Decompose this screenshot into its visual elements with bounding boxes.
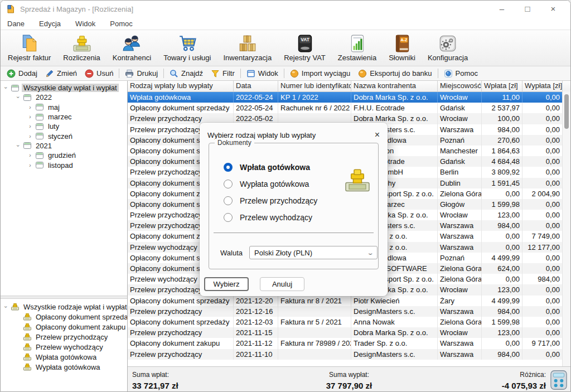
radio-selected-icon[interactable] xyxy=(224,163,233,172)
table-cell: Warszawa xyxy=(438,220,482,231)
table-row[interactable]: Przelew przychodzący2021-11-10DesignMast… xyxy=(128,349,570,360)
column-header-7[interactable]: Wypłata [zł] xyxy=(522,81,563,91)
chevron-down-icon[interactable]: › xyxy=(3,303,9,311)
tree-item[interactable]: Opłacony dokument sprzedaży xyxy=(1,312,127,322)
radio-option-3[interactable]: Przelew przychodzący xyxy=(224,196,317,206)
radio-unselected-icon[interactable] xyxy=(224,180,233,188)
tree-item[interactable]: Przelew przychodzący xyxy=(1,332,127,342)
radio-option-2[interactable]: Wypłata gotówkowa xyxy=(224,179,317,189)
cancel-button[interactable]: Anuluj xyxy=(260,277,304,291)
radio-option-4[interactable]: Przelew wychodzący xyxy=(224,212,317,222)
column-header-1[interactable]: Rodzaj wpłaty lub wypłaty xyxy=(128,81,234,91)
tree-item[interactable]: ›luty xyxy=(1,122,127,131)
column-header-5[interactable]: Miejscowość xyxy=(438,81,482,91)
toolbar-item-rozliczenia[interactable]: Rozliczenia xyxy=(57,33,106,62)
table-row[interactable]: Opłacony dokument sprzedaży2021-12-03Fak… xyxy=(128,317,570,327)
chevron-down-icon[interactable]: › xyxy=(15,142,21,149)
tree-item[interactable]: Opłacony dokument zakupu xyxy=(1,322,127,332)
radio-label: Przelew wychodzący xyxy=(240,213,312,222)
toolbar-label: Rejestry VAT xyxy=(284,54,326,62)
toolbar-item-rejestry-vat[interactable]: VATRejestry VAT xyxy=(278,33,332,62)
minimize-icon[interactable]: – xyxy=(489,1,515,17)
tree-item[interactable]: ›marzec xyxy=(1,112,127,122)
table-cell: Faktura nr 8 / 2021 xyxy=(278,296,351,306)
column-header-6[interactable]: Wpłata [zł] xyxy=(482,81,522,91)
table-cell: 984,00 xyxy=(482,124,522,135)
column-header-4[interactable]: Nazwa kontrahenta xyxy=(351,81,438,91)
action-znajdz-button[interactable]: Znajdź xyxy=(166,66,207,80)
table-row[interactable]: Przelew przychodzący2021-11-15Dobra Mark… xyxy=(128,327,570,338)
table-cell: 0,00 xyxy=(522,146,563,156)
toolbar-item-kontrahenci[interactable]: Kontrahenci xyxy=(107,33,157,62)
column-header-2[interactable]: Data xyxy=(234,81,278,91)
table-row[interactable]: Opłacony dokument sprzedaży2022-05-24Rac… xyxy=(128,103,570,113)
action-zmien-button[interactable]: Zmień xyxy=(41,66,81,80)
toolbar-item-konfiguracja[interactable]: Konfiguracja xyxy=(422,33,474,62)
table-row[interactable]: Opłacony dokument zakupu2021-11-12Faktur… xyxy=(128,338,570,349)
table-cell: Warszawa xyxy=(438,242,482,253)
radio-unselected-icon[interactable] xyxy=(224,196,233,205)
table-cell: Warszawa xyxy=(438,231,482,241)
chevron-down-icon[interactable]: › xyxy=(15,94,21,101)
scrollbar-thumb[interactable] xyxy=(564,94,569,129)
action-filtr-button[interactable]: Filtr xyxy=(207,66,239,80)
tree-item[interactable]: Przelew wychodzący xyxy=(1,342,127,352)
tree-item-label: 2022 xyxy=(34,93,54,101)
select-button[interactable]: Wybierz xyxy=(204,277,249,291)
toolbar-item-rejestr-faktur[interactable]: Rejestr faktur xyxy=(2,33,57,62)
chevron-right-icon[interactable]: › xyxy=(26,104,34,110)
chevron-right-icon[interactable]: › xyxy=(26,133,34,139)
toolbar-item-slowniki[interactable]: A-ZSłowniki xyxy=(383,33,422,62)
tree-item[interactable]: ›2021 xyxy=(1,141,127,151)
chevron-right-icon[interactable]: › xyxy=(26,162,34,168)
table-cell: 0,00 xyxy=(522,113,563,124)
chevron-right-icon[interactable]: › xyxy=(26,114,34,120)
column-header-3[interactable]: Numer lub identyfikator xyxy=(278,81,351,91)
money-small-icon xyxy=(23,332,32,341)
tree-item[interactable]: ›grudzień xyxy=(1,151,127,160)
toolbar-item-towary[interactable]: Towary i usługi xyxy=(157,33,217,62)
action-eksport-button[interactable]: Eksportuj do banku xyxy=(354,66,435,80)
table-row[interactable]: Opłacony dokument sprzedaży2021-12-20Fak… xyxy=(128,296,570,306)
sum-in: Suma wpłat: 33 721,97 zł xyxy=(132,371,178,390)
radio-unselected-icon[interactable] xyxy=(224,213,233,222)
action-dodaj-button[interactable]: Dodaj xyxy=(3,66,41,80)
tree-item[interactable]: ›2022 xyxy=(1,93,127,102)
chevron-down-icon[interactable]: › xyxy=(3,84,9,92)
tree-item[interactable]: ›listopad xyxy=(1,160,127,170)
toolbar-item-inwentaryzacja[interactable]: Inwentaryzacja xyxy=(217,33,278,62)
tree-item[interactable]: ›styczeń xyxy=(1,131,127,141)
menu-item-edycja[interactable]: Edycja xyxy=(35,20,65,28)
action-drukuj-button[interactable]: Drukuj xyxy=(121,66,162,80)
zestawienia-icon xyxy=(348,34,367,53)
calendar-icon xyxy=(11,84,20,93)
table-row[interactable]: Przelew przychodzący2021-12-16DesignMast… xyxy=(128,306,570,317)
tree-item[interactable]: Wypłata gotówkowa xyxy=(1,362,127,372)
menu-item-widok[interactable]: Widok xyxy=(71,20,100,28)
action-usun-button[interactable]: Usuń xyxy=(81,66,117,80)
table-cell: Przelew przychodzący xyxy=(128,349,234,360)
tree-item[interactable]: Wpłata gotówkowa xyxy=(1,352,127,362)
menu-item-pomoc[interactable]: Pomoc xyxy=(105,20,137,28)
table-row[interactable]: Wpłata gotówkowa2022-05-24KP 1 / 2022Dob… xyxy=(128,92,570,103)
action-label: Widok xyxy=(258,69,278,78)
chevron-right-icon[interactable]: › xyxy=(26,123,34,129)
radio-option-1[interactable]: Wpłata gotówkowa xyxy=(224,162,317,172)
toolbar-separator xyxy=(284,69,284,78)
tree-item[interactable]: ›Wszystkie daty wpłat i wypłat xyxy=(1,83,127,93)
vertical-scrollbar[interactable] xyxy=(562,91,570,390)
tree-item[interactable]: ›Wszystkie rodzaje wpłat i wypłat xyxy=(1,302,127,312)
maximize-icon[interactable]: □ xyxy=(515,1,540,17)
action-widok-button[interactable]: Widok xyxy=(243,66,282,80)
toolbar-item-zestawienia[interactable]: Zestawienia xyxy=(332,33,383,62)
table-cell: Wrocław xyxy=(438,327,482,338)
currency-select[interactable]: Polski Złoty (PLN) ⌄ xyxy=(249,246,378,259)
menu-item-dane[interactable]: Dane xyxy=(3,20,29,28)
tree-item[interactable]: ›maj xyxy=(1,103,127,112)
close-icon[interactable]: × xyxy=(540,1,566,17)
action-pomoc-button[interactable]: Pomoc xyxy=(440,66,482,80)
action-import-button[interactable]: Import wyciągu xyxy=(286,66,354,80)
chevron-right-icon[interactable]: › xyxy=(26,152,34,158)
dialog-close-icon[interactable]: × xyxy=(375,130,380,139)
table-header: Rodzaj wpłaty lub wypłatyDataNumer lub i… xyxy=(128,81,570,92)
